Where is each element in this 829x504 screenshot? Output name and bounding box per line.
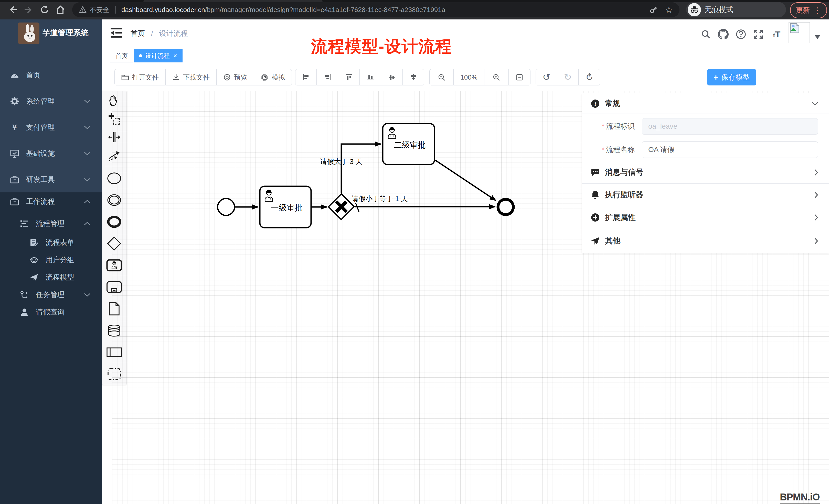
zoom-in-button[interactable] bbox=[484, 69, 509, 85]
sidebar-collapse-button[interactable] bbox=[111, 28, 122, 38]
header-fontsize-button[interactable]: tT bbox=[769, 29, 784, 40]
align-button-group bbox=[295, 69, 424, 85]
section-title: 其他 bbox=[605, 236, 620, 246]
bookmark-star-icon[interactable]: ☆ bbox=[665, 5, 673, 15]
breadcrumb-home[interactable]: 首页 bbox=[131, 29, 145, 38]
hamburger-fold-icon bbox=[111, 28, 122, 38]
browser-forward-button[interactable] bbox=[24, 5, 34, 15]
save-model-button[interactable]: + 保存模型 bbox=[707, 69, 756, 85]
bpmn-canvas[interactable]: 一级审批 二级审批 请假大于 3 天 请假小于等于 1 天 bbox=[102, 91, 829, 504]
align-top-button[interactable] bbox=[338, 69, 360, 85]
zoom-button-group: 100% bbox=[429, 69, 531, 85]
process-name-input[interactable] bbox=[642, 142, 818, 158]
align-right-button[interactable] bbox=[317, 69, 338, 85]
header-help-button[interactable] bbox=[735, 29, 747, 40]
flow-task2-to-end[interactable] bbox=[435, 160, 496, 201]
flow-condition-label-le1[interactable]: 请假小于等于 1 天 bbox=[352, 195, 408, 203]
annotation-text: 流程模型-设计流程 bbox=[311, 35, 452, 57]
header-search-button[interactable] bbox=[700, 29, 712, 40]
align-left-button[interactable] bbox=[295, 69, 317, 85]
fit-viewport-icon bbox=[516, 73, 523, 81]
end-event[interactable] bbox=[498, 199, 513, 215]
tree-list-icon bbox=[20, 219, 29, 228]
flow-condition-label-gt3[interactable]: 请假大于 3 天 bbox=[320, 158, 362, 165]
sidebar-item-task-management[interactable]: 任务管理 bbox=[0, 286, 102, 303]
task2-label: 二级审批 bbox=[394, 141, 426, 149]
chevron-down-icon bbox=[84, 293, 91, 297]
preview-button[interactable]: 预览 bbox=[217, 69, 254, 85]
document-edit-icon bbox=[30, 238, 38, 247]
sidebar-item-system[interactable]: 系统管理 bbox=[0, 92, 102, 110]
section-message-signal[interactable]: 消息与信号 bbox=[582, 161, 829, 184]
browser-active-tab bbox=[143, 0, 323, 2]
key-icon[interactable] bbox=[649, 5, 658, 14]
sidebar-item-process-management[interactable]: 流程管理 bbox=[0, 215, 102, 232]
browser-menu-icon[interactable]: ⋮ bbox=[814, 6, 821, 15]
preview-icon bbox=[223, 73, 231, 81]
chevron-down-icon bbox=[84, 99, 91, 103]
sidebar-item-home[interactable]: 首页 bbox=[0, 67, 102, 84]
sidebar-item-process-model[interactable]: 流程模型 bbox=[0, 269, 102, 286]
section-general[interactable]: i 常规 bbox=[582, 93, 829, 114]
undo-icon: ↺ bbox=[542, 73, 550, 82]
browser-back-button[interactable] bbox=[8, 5, 18, 15]
task1-label: 一级审批 bbox=[271, 203, 302, 212]
url-path: /bpm/manager/model/design?modelId=e4a1a1… bbox=[205, 6, 647, 14]
simulate-button[interactable]: 模拟 bbox=[254, 69, 292, 85]
sidebar-item-infrastructure[interactable]: 基础设施 bbox=[0, 145, 102, 162]
sidebar-item-user-group[interactable]: 用户分组 bbox=[0, 251, 102, 269]
section-extension-attributes[interactable]: 扩展属性 bbox=[582, 206, 829, 229]
section-other[interactable]: 其他 bbox=[582, 229, 829, 253]
sidebar-item-label: 请假查询 bbox=[36, 307, 65, 317]
save-model-label: 保存模型 bbox=[721, 72, 750, 82]
section-execution-listener[interactable]: 执行监听器 bbox=[582, 184, 829, 206]
sidebar-item-leave-query[interactable]: 请假查询 bbox=[0, 303, 102, 321]
align-top-icon bbox=[346, 74, 353, 81]
properties-panel: i 常规 *流程标识 *流程名称 消息与信号 执行监听器 扩展属性 bbox=[582, 93, 829, 253]
security-label[interactable]: 不安全 bbox=[89, 5, 110, 14]
breadcrumb: 首页 / 设计流程 bbox=[131, 29, 188, 38]
tab-home[interactable]: 首页 bbox=[110, 49, 133, 63]
open-file-button[interactable]: 打开文件 bbox=[114, 69, 166, 85]
sidebar-item-process-form[interactable]: 流程表单 bbox=[0, 234, 102, 251]
avatar[interactable] bbox=[789, 22, 810, 43]
bpmn-io-watermark[interactable]: BPMN.iO bbox=[780, 492, 820, 504]
address-bar[interactable]: 不安全 dashboard.yudao.iocoder.cn/bpm/manag… bbox=[72, 2, 680, 17]
download-file-button[interactable]: 下载文件 bbox=[166, 69, 217, 85]
tab-close-icon[interactable]: × bbox=[173, 52, 177, 60]
align-right-icon bbox=[324, 74, 331, 81]
zoom-level: 100% bbox=[454, 69, 484, 85]
tab-design-process[interactable]: 设计流程 × bbox=[134, 49, 183, 63]
restart-icon: ↻ bbox=[583, 71, 595, 83]
chevron-right-icon bbox=[814, 169, 819, 176]
align-middle-button[interactable] bbox=[381, 69, 403, 85]
chevron-right-icon bbox=[814, 214, 819, 221]
zoom-out-button[interactable] bbox=[429, 69, 454, 85]
briefcase-icon bbox=[10, 197, 19, 206]
header-github-button[interactable] bbox=[718, 29, 729, 40]
sidebar-item-payment[interactable]: ¥ 支付管理 bbox=[0, 119, 102, 136]
browser-update-button[interactable]: 更新 ⋮ bbox=[790, 2, 827, 18]
browser-reload-button[interactable] bbox=[39, 5, 50, 15]
sidebar-logo-row[interactable]: 芋道管理系统 bbox=[0, 20, 102, 47]
align-center-button[interactable] bbox=[403, 69, 424, 85]
sidebar-item-label: 基础设施 bbox=[26, 149, 55, 158]
redo-button[interactable]: ↻ bbox=[557, 69, 579, 85]
briefcase-icon bbox=[10, 175, 19, 184]
comment-icon bbox=[591, 168, 600, 177]
restart-button[interactable]: ↻ bbox=[579, 69, 600, 85]
align-bottom-button[interactable] bbox=[360, 69, 381, 85]
browser-home-button[interactable] bbox=[55, 5, 66, 15]
sidebar-item-devtools[interactable]: 研发工具 bbox=[0, 171, 102, 188]
start-event[interactable] bbox=[218, 198, 235, 216]
tab-label: 设计流程 bbox=[145, 52, 170, 60]
avatar-dropdown-caret[interactable] bbox=[815, 35, 820, 39]
header-fullscreen-button[interactable] bbox=[753, 29, 764, 40]
zoom-reset-button[interactable] bbox=[509, 69, 531, 85]
breadcrumb-current: 设计流程 bbox=[159, 29, 188, 38]
undo-button[interactable]: ↺ bbox=[536, 69, 557, 85]
flow-gateway-to-task2[interactable] bbox=[341, 144, 381, 193]
section-title: 常规 bbox=[605, 98, 620, 109]
sidebar-item-workflow[interactable]: 工作流程 bbox=[0, 193, 102, 210]
app-navbar: 首页 / 设计流程 tT bbox=[102, 20, 829, 47]
